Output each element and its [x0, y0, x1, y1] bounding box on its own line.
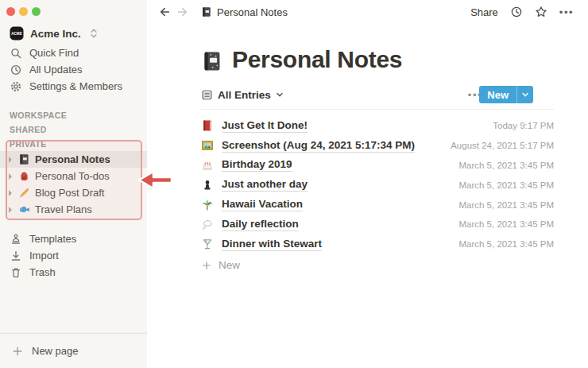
entries-list: Just Get It Done! Today 9:17 PM Screensh…	[201, 116, 554, 254]
list-row[interactable]: Dinner with Stewart March 5, 2021 3:45 P…	[201, 234, 554, 254]
row-title: Hawaii Vacation	[222, 198, 303, 211]
row-date: March 5, 2021 3:45 PM	[458, 180, 554, 190]
sidebar-page-label: Blog Post Draft	[35, 187, 104, 199]
add-entry-button[interactable]: New	[201, 256, 554, 275]
add-entry-label: New	[219, 259, 240, 271]
page-content: Personal Notes All Entries ••• New	[147, 24, 588, 275]
updates-clock-icon[interactable]	[510, 6, 523, 18]
row-title: Birthday 2019	[222, 158, 292, 172]
sidebar-page-label: Travel Plans	[35, 203, 92, 215]
workspace-name: Acme Inc.	[30, 28, 81, 40]
chevron-down-icon	[521, 91, 529, 99]
trash-icon	[10, 266, 22, 279]
expand-toggle-icon[interactable]	[9, 190, 12, 196]
page-title-row: Personal Notes	[201, 45, 554, 74]
more-options-icon[interactable]: •••	[559, 7, 574, 17]
main-area: Personal Notes Share ••• Personal Notes …	[147, 0, 588, 368]
row-title: Dinner with Stewart	[222, 238, 322, 251]
expand-toggle-icon[interactable]	[9, 173, 12, 180]
new-entry-dropdown[interactable]	[516, 86, 533, 103]
sidebar-menu-item[interactable]: Settings & Members	[0, 78, 147, 95]
back-icon[interactable]	[158, 6, 171, 18]
list-row[interactable]: Birthday 2019 March 5, 2021 3:45 PM	[201, 156, 554, 176]
sidebar-top-menu: Quick Find All Updates Settings & Member…	[0, 45, 147, 95]
clock-icon	[10, 64, 22, 76]
palm-icon	[201, 199, 214, 211]
section-header-private[interactable]: PRIVATE	[0, 137, 147, 151]
expand-toggle-icon[interactable]	[9, 157, 12, 163]
list-row[interactable]: Daily reflection March 5, 2021 3:45 PM	[201, 215, 554, 234]
sidebar-menu-item[interactable]: Templates	[0, 230, 147, 247]
window-controls	[0, 0, 147, 16]
row-title: Just another day	[222, 178, 308, 192]
view-selector-label: All Entries	[218, 89, 271, 101]
sidebar-page-label: Personal Notes	[35, 153, 110, 165]
sidebar-menu-item[interactable]: Trash	[0, 264, 147, 281]
row-title: Just Get It Done!	[222, 119, 308, 133]
favorite-star-icon[interactable]	[535, 6, 547, 18]
sidebar-page-item[interactable]: Personal To-dos	[0, 168, 147, 184]
list-row[interactable]: Hawaii Vacation March 5, 2021 3:45 PM	[201, 195, 554, 215]
breadcrumb-title: Personal Notes	[217, 6, 288, 18]
notebook-icon	[201, 6, 212, 17]
forward-icon[interactable]	[176, 6, 189, 18]
list-row[interactable]: Just Get It Done! Today 9:17 PM	[201, 116, 554, 136]
plus-icon	[11, 345, 24, 358]
page-emoji-notebook-icon[interactable]	[201, 50, 223, 72]
row-date: March 5, 2021 3:45 PM	[458, 200, 554, 210]
new-entry-button[interactable]: New	[479, 86, 533, 103]
breadcrumb[interactable]: Personal Notes	[201, 6, 288, 18]
list-view-icon	[201, 89, 213, 101]
plus-icon	[201, 260, 212, 271]
svg-text:ACME: ACME	[11, 32, 22, 36]
sidebar-sections: WORKSPACE SHARED PRIVATE Personal Notes …	[0, 108, 147, 218]
chevron-down-icon	[276, 91, 284, 99]
page-title[interactable]: Personal Notes	[232, 45, 402, 74]
sidebar-menu-item[interactable]: All Updates	[0, 61, 147, 78]
close-window-button[interactable]	[6, 7, 15, 16]
private-pages-list: Personal Notes Personal To-dos Blog Post…	[0, 151, 147, 218]
share-button[interactable]: Share	[470, 6, 498, 18]
fish-icon	[18, 203, 30, 215]
zoom-window-button[interactable]	[32, 7, 41, 16]
row-date: Today 9:17 PM	[493, 121, 554, 130]
top-bar: Personal Notes Share •••	[147, 0, 588, 24]
sidebar-menu-item-label: All Updates	[29, 64, 82, 76]
collection-toolbar: All Entries ••• New	[201, 85, 554, 104]
sidebar-menu-item[interactable]: Import	[0, 247, 147, 264]
sidebar-menu-item[interactable]: Quick Find	[0, 45, 147, 61]
thought-icon	[201, 218, 214, 230]
new-page-button[interactable]: New page	[0, 333, 147, 368]
sidebar-page-item[interactable]: Travel Plans	[0, 201, 147, 218]
toolbar-divider	[201, 109, 554, 110]
sidebar-page-item[interactable]: Personal Notes	[0, 151, 147, 168]
new-entry-button-label[interactable]: New	[479, 86, 516, 103]
red-book-icon	[201, 119, 214, 132]
view-selector[interactable]: All Entries	[201, 89, 284, 101]
topbar-actions: Share •••	[470, 6, 574, 18]
list-row[interactable]: Screenshot (Aug 24, 2021 5:17:34 PM) Aug…	[201, 136, 554, 156]
sidebar-menu-item-label: Templates	[29, 233, 76, 245]
sidebar-page-item[interactable]: Blog Post Draft	[0, 184, 147, 201]
list-row[interactable]: Just another day March 5, 2021 3:45 PM	[201, 175, 554, 195]
sidebar-menu-item-label: Import	[29, 250, 59, 261]
picture-icon	[201, 139, 214, 152]
notebook-icon	[18, 153, 30, 165]
workspace-switcher[interactable]: ACME Acme Inc.	[0, 24, 147, 43]
backpack-icon	[18, 170, 30, 182]
sidebar: ACME Acme Inc. Quick Find All Updates	[0, 0, 147, 368]
sidebar-menu-item-label: Settings & Members	[29, 80, 122, 92]
sidebar-menu-item-label: Trash	[29, 266, 56, 278]
pawn-icon	[201, 179, 214, 192]
section-header-shared[interactable]: SHARED	[0, 122, 147, 137]
row-date: March 5, 2021 3:45 PM	[458, 239, 554, 249]
row-date: August 24, 2021 5:17 PM	[451, 141, 554, 150]
minimize-window-button[interactable]	[19, 7, 28, 16]
sidebar-menu-item-label: Quick Find	[29, 47, 79, 59]
import-icon	[10, 250, 22, 262]
section-header-workspace[interactable]: WORKSPACE	[0, 108, 147, 122]
row-title: Screenshot (Aug 24, 2021 5:17:34 PM)	[222, 139, 415, 153]
expand-toggle-icon[interactable]	[9, 207, 12, 213]
templates-icon	[10, 233, 22, 246]
row-date: March 5, 2021 3:45 PM	[458, 161, 554, 170]
